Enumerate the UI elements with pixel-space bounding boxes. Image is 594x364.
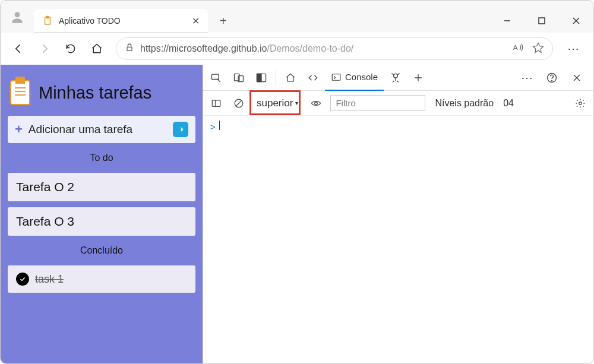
- check-icon: [16, 273, 29, 286]
- issues-count[interactable]: 04: [503, 98, 514, 109]
- context-dropdown[interactable]: superior ▾: [253, 96, 302, 110]
- close-tab-icon[interactable]: ✕: [192, 15, 200, 27]
- console-tab[interactable]: Console: [325, 65, 384, 91]
- separator: [276, 70, 276, 86]
- svg-rect-14: [257, 74, 262, 81]
- close-window-button[interactable]: [559, 9, 593, 33]
- maximize-button[interactable]: [525, 9, 559, 33]
- task-item[interactable]: Tarefa O 2: [8, 173, 195, 201]
- svg-point-32: [315, 102, 318, 105]
- more-tabs-button[interactable]: [407, 67, 429, 88]
- devtools-panel: Console ⋯ superior ▾ Níveis padrão: [203, 65, 593, 364]
- console-tab-label: Console: [345, 72, 378, 82]
- task-done-label: task 1: [35, 273, 64, 286]
- app-title: Minhas tarefas: [39, 83, 151, 103]
- clear-console-icon[interactable]: [230, 95, 247, 112]
- lock-icon: [125, 43, 134, 55]
- dock-icon[interactable]: [251, 67, 272, 88]
- svg-rect-4: [539, 18, 545, 24]
- back-button[interactable]: [7, 37, 30, 61]
- svg-line-21: [397, 81, 399, 83]
- console-cursor: [219, 121, 220, 130]
- help-icon[interactable]: [541, 67, 563, 88]
- new-tab-button[interactable]: +: [211, 9, 235, 33]
- refresh-button[interactable]: [59, 37, 83, 61]
- svg-line-18: [397, 73, 399, 75]
- devtools-menu-button[interactable]: ⋯: [517, 71, 538, 85]
- favorite-icon[interactable]: [532, 42, 544, 56]
- chevron-down-icon: ▾: [295, 100, 298, 106]
- todo-app: Minhas tarefas + Adicionar uma tarefa To…: [1, 65, 203, 364]
- read-aloud-icon[interactable]: A: [512, 42, 524, 56]
- inspect-element-icon[interactable]: [206, 67, 227, 88]
- log-levels-dropdown[interactable]: Níveis padrão: [435, 98, 494, 109]
- tab-title: Aplicativo TODO: [59, 16, 121, 26]
- browser-menu-button[interactable]: ⋯: [560, 42, 587, 56]
- svg-point-16: [394, 74, 398, 78]
- plus-icon: +: [15, 122, 23, 137]
- home-button[interactable]: [85, 37, 109, 61]
- svg-point-25: [552, 80, 552, 81]
- sources-tab-icon[interactable]: [385, 67, 406, 88]
- section-done-label: Concluído: [8, 242, 195, 259]
- svg-line-17: [391, 73, 393, 75]
- profile-avatar[interactable]: [5, 5, 29, 29]
- svg-point-0: [15, 12, 20, 17]
- elements-tab-icon[interactable]: [302, 67, 324, 88]
- svg-rect-15: [332, 74, 340, 80]
- svg-text:A: A: [513, 43, 518, 51]
- device-toggle-icon[interactable]: [228, 67, 249, 88]
- add-task-row[interactable]: + Adicionar uma tarefa: [8, 116, 195, 143]
- svg-rect-7: [127, 47, 132, 50]
- svg-line-31: [236, 100, 242, 106]
- sidebar-toggle-icon[interactable]: [208, 95, 225, 112]
- filter-input[interactable]: [330, 95, 425, 111]
- live-expression-icon[interactable]: [308, 95, 324, 112]
- svg-rect-2: [46, 17, 49, 18]
- browser-tab[interactable]: Aplicativo TODO ✕: [34, 9, 208, 33]
- submit-task-button[interactable]: [173, 122, 188, 137]
- close-devtools-button[interactable]: [566, 67, 587, 88]
- task-item-done[interactable]: task 1: [8, 265, 195, 293]
- forward-button: [33, 37, 56, 61]
- welcome-tab-icon[interactable]: [280, 67, 301, 88]
- svg-point-33: [579, 102, 582, 105]
- address-bar[interactable]: https://microsoftedge.github.io/Demos/de…: [116, 37, 553, 60]
- svg-rect-10: [212, 74, 219, 79]
- clipboard-icon: [10, 80, 30, 105]
- svg-marker-9: [533, 43, 544, 53]
- clipboard-icon: [42, 15, 53, 26]
- console-body[interactable]: >: [203, 116, 593, 364]
- task-item[interactable]: Tarefa O 3: [8, 207, 195, 236]
- section-todo-label: To do: [8, 149, 195, 167]
- console-prompt-icon: >: [210, 122, 216, 132]
- svg-rect-28: [212, 100, 220, 106]
- gear-icon[interactable]: [572, 95, 589, 112]
- minimize-button[interactable]: [490, 9, 525, 33]
- add-task-input[interactable]: Adicionar uma tarefa: [29, 123, 167, 136]
- context-dropdown-label: superior: [257, 97, 293, 109]
- url-text: https://microsoftedge.github.io/Demos/de…: [140, 43, 506, 54]
- svg-line-20: [393, 81, 394, 83]
